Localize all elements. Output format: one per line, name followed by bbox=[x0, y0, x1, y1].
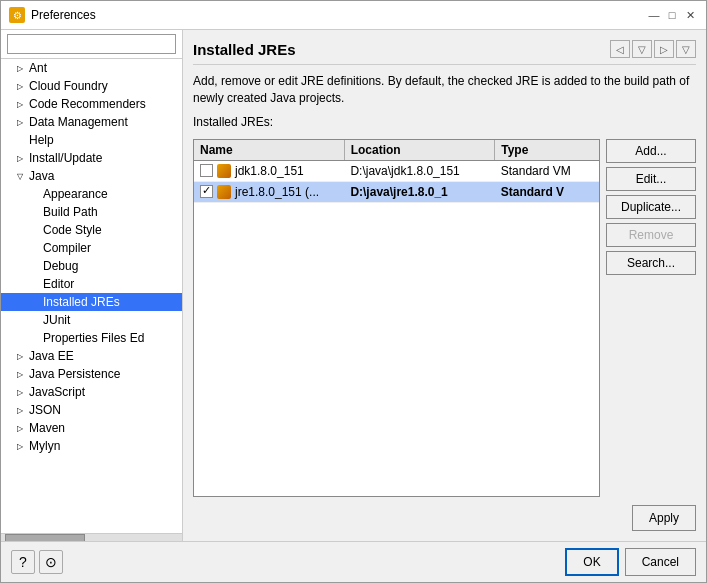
jre-name-2: jre1.8.0_151 (... bbox=[235, 185, 319, 199]
sidebar-item-properties-files-label: Properties Files Ed bbox=[43, 331, 144, 345]
sidebar-item-properties-files[interactable]: ▷ Properties Files Ed bbox=[1, 329, 182, 347]
maximize-button[interactable]: □ bbox=[664, 7, 680, 23]
expand-arrow-javascript: ▷ bbox=[17, 388, 27, 397]
right-panel: Installed JREs ◁ ▽ ▷ ▽ Add, remove or ed… bbox=[183, 30, 706, 541]
sidebar-item-code-recommenders-label: Code Recommenders bbox=[29, 97, 146, 111]
sidebar-item-javascript[interactable]: ▷ JavaScript bbox=[1, 383, 182, 401]
window-title: Preferences bbox=[31, 8, 96, 22]
apply-area: Apply bbox=[193, 505, 696, 531]
jre-location-2: D:\java\jre1.8.0_1 bbox=[344, 182, 494, 202]
nav-forward-button[interactable]: ▷ bbox=[654, 40, 674, 58]
sidebar-item-junit[interactable]: ▷ JUnit bbox=[1, 311, 182, 329]
remove-button[interactable]: Remove bbox=[606, 223, 696, 247]
search-button[interactable]: Search... bbox=[606, 251, 696, 275]
close-button[interactable]: ✕ bbox=[682, 7, 698, 23]
title-controls: — □ ✕ bbox=[646, 7, 698, 23]
jre-row-name-2: jre1.8.0_151 (... bbox=[194, 182, 344, 202]
table-body: jdk1.8.0_151 D:\java\jdk1.8.0_151 Standa… bbox=[194, 161, 599, 496]
sidebar-item-build-path[interactable]: ▷ Build Path bbox=[1, 203, 182, 221]
sidebar-item-ant[interactable]: ▷ Ant bbox=[1, 59, 182, 77]
sidebar-item-java[interactable]: ▽ Java bbox=[1, 167, 182, 185]
apply-button[interactable]: Apply bbox=[632, 505, 696, 531]
sidebar-item-help[interactable]: ▷ Help bbox=[1, 131, 182, 149]
sidebar-item-code-style[interactable]: ▷ Code Style bbox=[1, 221, 182, 239]
sidebar-item-compiler-label: Compiler bbox=[43, 241, 91, 255]
sidebar-item-appearance-label: Appearance bbox=[43, 187, 108, 201]
col-header-name: Name bbox=[194, 140, 345, 160]
expand-arrow-maven: ▷ bbox=[17, 424, 27, 433]
table-row[interactable]: jdk1.8.0_151 D:\java\jdk1.8.0_151 Standa… bbox=[194, 161, 599, 182]
action-buttons: Add... Edit... Duplicate... Remove Searc… bbox=[606, 139, 696, 497]
bottom-bar: ? ⊙ OK Cancel bbox=[1, 541, 706, 582]
sidebar-item-debug-label: Debug bbox=[43, 259, 78, 273]
nav-back-button[interactable]: ◁ bbox=[610, 40, 630, 58]
col-header-type: Type bbox=[495, 140, 599, 160]
bottom-right: OK Cancel bbox=[565, 548, 696, 576]
preferences-window: ⚙ Preferences — □ ✕ ▷ Ant ▷ Cloud Foundr… bbox=[0, 0, 707, 583]
nav-forward-dropdown[interactable]: ▽ bbox=[676, 40, 696, 58]
sidebar-search-input[interactable] bbox=[7, 34, 176, 54]
sidebar-item-debug[interactable]: ▷ Debug bbox=[1, 257, 182, 275]
sidebar-item-code-style-label: Code Style bbox=[43, 223, 102, 237]
sidebar-item-java-label: Java bbox=[29, 169, 54, 183]
sidebar-scroll-thumb[interactable] bbox=[5, 534, 85, 542]
sidebar-horizontal-scrollbar[interactable] bbox=[1, 533, 182, 541]
sidebar-item-data-management[interactable]: ▷ Data Management bbox=[1, 113, 182, 131]
panel-header: Installed JREs ◁ ▽ ▷ ▽ bbox=[193, 40, 696, 65]
sidebar-item-mylyn[interactable]: ▷ Mylyn bbox=[1, 437, 182, 455]
cancel-button[interactable]: Cancel bbox=[625, 548, 696, 576]
bottom-left: ? ⊙ bbox=[11, 550, 63, 574]
search-box bbox=[1, 30, 182, 59]
sidebar-item-editor-label: Editor bbox=[43, 277, 74, 291]
sidebar-item-cloud-foundry[interactable]: ▷ Cloud Foundry bbox=[1, 77, 182, 95]
table-row[interactable]: jre1.8.0_151 (... D:\java\jre1.8.0_1 Sta… bbox=[194, 182, 599, 203]
expand-arrow-java-persistence: ▷ bbox=[17, 370, 27, 379]
sidebar-item-junit-label: JUnit bbox=[43, 313, 70, 327]
expand-arrow-ant: ▷ bbox=[17, 64, 27, 73]
panel-title: Installed JREs bbox=[193, 41, 296, 58]
sidebar-item-java-persistence[interactable]: ▷ Java Persistence bbox=[1, 365, 182, 383]
sidebar-item-compiler[interactable]: ▷ Compiler bbox=[1, 239, 182, 257]
sidebar-item-code-recommenders[interactable]: ▷ Code Recommenders bbox=[1, 95, 182, 113]
installed-label: Installed JREs: bbox=[193, 115, 696, 129]
col-header-location: Location bbox=[345, 140, 496, 160]
sidebar-item-maven[interactable]: ▷ Maven bbox=[1, 419, 182, 437]
nav-back-dropdown[interactable]: ▽ bbox=[632, 40, 652, 58]
sidebar-item-mylyn-label: Mylyn bbox=[29, 439, 60, 453]
add-button[interactable]: Add... bbox=[606, 139, 696, 163]
preferences-icon: ⚙ bbox=[9, 7, 25, 23]
sidebar-item-installed-jres[interactable]: ▷ Installed JREs bbox=[1, 293, 182, 311]
title-bar: ⚙ Preferences — □ ✕ bbox=[1, 1, 706, 30]
expand-arrow-code-recommenders: ▷ bbox=[17, 100, 27, 109]
duplicate-button[interactable]: Duplicate... bbox=[606, 195, 696, 219]
title-bar-left: ⚙ Preferences bbox=[9, 7, 96, 23]
jre-checkbox-1[interactable] bbox=[200, 164, 213, 177]
sidebar: ▷ Ant ▷ Cloud Foundry ▷ Code Recommender… bbox=[1, 30, 183, 541]
panel-nav: ◁ ▽ ▷ ▽ bbox=[610, 40, 696, 58]
sidebar-item-json[interactable]: ▷ JSON bbox=[1, 401, 182, 419]
jre-icon-1 bbox=[217, 164, 231, 178]
sidebar-tree: ▷ Ant ▷ Cloud Foundry ▷ Code Recommender… bbox=[1, 59, 182, 533]
sidebar-item-json-label: JSON bbox=[29, 403, 61, 417]
jre-type-2: Standard V bbox=[495, 182, 599, 202]
jre-checkbox-2[interactable] bbox=[200, 185, 213, 198]
table-area: Name Location Type jdk1.8.0_151 D: bbox=[193, 139, 696, 497]
expand-arrow-java: ▽ bbox=[17, 172, 27, 181]
jre-type-1: Standard VM bbox=[495, 161, 599, 181]
sidebar-item-appearance[interactable]: ▷ Appearance bbox=[1, 185, 182, 203]
sidebar-item-data-management-label: Data Management bbox=[29, 115, 128, 129]
expand-arrow-cloud-foundry: ▷ bbox=[17, 82, 27, 91]
ok-button[interactable]: OK bbox=[565, 548, 618, 576]
expand-arrow-java-ee: ▷ bbox=[17, 352, 27, 361]
minimize-button[interactable]: — bbox=[646, 7, 662, 23]
sidebar-item-editor[interactable]: ▷ Editor bbox=[1, 275, 182, 293]
help-button[interactable]: ? bbox=[11, 550, 35, 574]
edit-button[interactable]: Edit... bbox=[606, 167, 696, 191]
jre-location-1: D:\java\jdk1.8.0_151 bbox=[344, 161, 494, 181]
settings-link-button[interactable]: ⊙ bbox=[39, 550, 63, 574]
sidebar-item-installed-jres-label: Installed JREs bbox=[43, 295, 120, 309]
sidebar-item-install-update[interactable]: ▷ Install/Update bbox=[1, 149, 182, 167]
sidebar-item-install-update-label: Install/Update bbox=[29, 151, 102, 165]
sidebar-item-java-ee[interactable]: ▷ Java EE bbox=[1, 347, 182, 365]
jre-icon-2 bbox=[217, 185, 231, 199]
